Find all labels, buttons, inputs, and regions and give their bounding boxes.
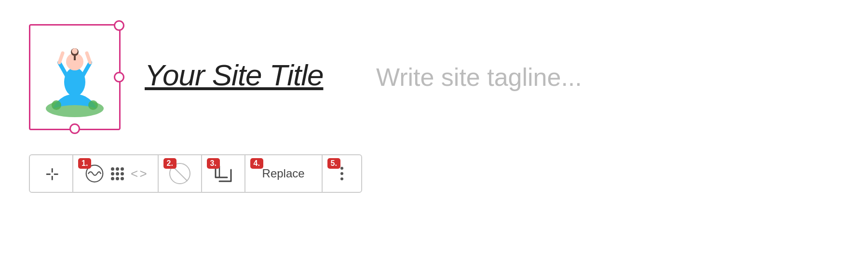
badge-3: 3. — [207, 158, 220, 169]
svg-line-5 — [59, 63, 68, 77]
badge-5: 5. — [327, 158, 340, 169]
svg-line-8 — [87, 53, 90, 63]
more-options-icon — [340, 167, 343, 180]
grid-icon — [111, 167, 124, 180]
toolbar-group1-section[interactable]: 1. < > — [73, 155, 159, 192]
site-title-area: Your Site Title — [145, 58, 323, 92]
toolbar-replace-section[interactable]: 4. Replace — [245, 155, 323, 192]
resize-icon: ⊹ — [45, 164, 57, 183]
badge-1: 1. — [78, 158, 91, 169]
site-title[interactable]: Your Site Title — [145, 58, 323, 92]
yoga-figure-image — [41, 34, 108, 121]
toolbar-slash-section[interactable]: 2. — [159, 155, 202, 192]
svg-point-1 — [64, 67, 85, 96]
svg-point-9 — [72, 48, 78, 54]
resize-handle-bottom-center[interactable] — [69, 123, 80, 134]
site-tagline[interactable]: Write site tagline... — [376, 63, 582, 92]
logo-block[interactable] — [29, 24, 121, 130]
chevrons-icon: < > — [131, 166, 146, 181]
badge-4: 4. — [250, 158, 263, 169]
badge-2: 2. — [163, 158, 176, 169]
svg-point-10 — [52, 100, 61, 110]
replace-label: Replace — [262, 167, 305, 180]
resize-handle-right-mid[interactable] — [114, 72, 124, 82]
image-toolbar: ⊹ 1. < > 2. 3. 4. Repl — [29, 154, 362, 193]
toolbar-more-section[interactable]: 5. — [323, 155, 361, 192]
resize-handle-top-right[interactable] — [114, 20, 124, 31]
toolbar-crop-section[interactable]: 3. — [202, 155, 245, 192]
toolbar-resize-section[interactable]: ⊹ — [30, 155, 73, 192]
svg-line-7 — [82, 63, 90, 77]
svg-line-6 — [59, 53, 63, 63]
svg-point-11 — [88, 100, 98, 110]
